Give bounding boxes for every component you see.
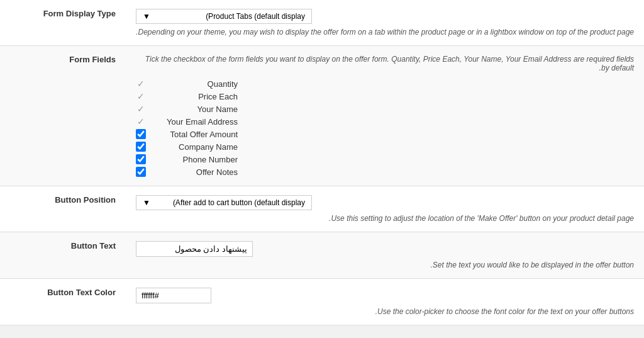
button-text-color-label: Button Text Color (0, 279, 126, 325)
field-label-offer-notes: Offer Notes (150, 167, 238, 177)
field-label-email: Your Email Address (150, 117, 238, 127)
settings-page: Form Display Type ▼ (Product Tabs (defau… (0, 0, 644, 338)
form-fields-description: Tick the checkbox of the form fields you… (136, 55, 634, 72)
checkbox-offer-notes[interactable] (136, 167, 146, 177)
button-position-description: Use this setting to adjust the location … (136, 214, 634, 223)
checkbox-phone[interactable] (136, 154, 146, 164)
field-label-your-name: Your Name (150, 104, 238, 114)
field-row-offer-notes: Offer Notes (136, 167, 238, 177)
button-text-color-content: Use the color-picker to choose the font … (126, 279, 644, 325)
checkbox-total-offer[interactable] (136, 129, 146, 139)
button-position-value: (After add to cart button (default displ… (173, 198, 305, 207)
button-text-input[interactable] (136, 241, 253, 257)
button-text-description: Set the text you would like to be displa… (136, 261, 634, 269)
field-label-total-offer: Total Offer Amount (150, 130, 238, 139)
checkbox-price-each[interactable]: ✓ (136, 91, 146, 101)
button-text-label: Button Text (0, 232, 126, 279)
field-row-your-name: Your Name ✓ (136, 104, 238, 114)
button-text-color-description: Use the color-picker to choose the font … (136, 307, 634, 316)
form-display-type-value: (Product Tabs (default display (206, 12, 305, 21)
field-row-company: Company Name (136, 142, 238, 152)
button-position-dropdown[interactable]: ▼ (After add to cart button (default dis… (136, 195, 312, 210)
form-display-type-description: Depending on your theme, you may wish to… (136, 28, 634, 37)
field-label-price-each: Price Each (150, 92, 238, 101)
form-fields-content: Tick the checkbox of the form fields you… (126, 46, 644, 186)
checkbox-your-name[interactable]: ✓ (136, 104, 146, 114)
field-row-email: Your Email Address ✓ (136, 116, 238, 127)
button-text-color-input[interactable] (136, 288, 211, 303)
field-row-phone: Phone Number (136, 154, 238, 164)
dropdown-arrow-icon: ▼ (143, 12, 150, 21)
button-position-label: Button Position (0, 186, 126, 232)
button-position-dropdown-arrow: ▼ (143, 198, 150, 207)
button-text-row: Button Text Set the text you would like … (0, 232, 644, 279)
form-display-type-label: Form Display Type (0, 0, 126, 46)
field-row-total-offer: Total Offer Amount (136, 129, 238, 139)
button-position-row: Button Position ▼ (After add to cart but… (0, 186, 644, 232)
checkbox-email[interactable]: ✓ (136, 116, 146, 127)
field-label-company: Company Name (150, 142, 238, 152)
form-display-type-row: Form Display Type ▼ (Product Tabs (defau… (0, 0, 644, 46)
checkbox-company[interactable] (136, 142, 146, 152)
field-label-quantity: Quantity (150, 79, 238, 89)
form-display-type-dropdown[interactable]: ▼ (Product Tabs (default display (136, 9, 312, 24)
field-row-quantity: Quantity ✓ (136, 79, 238, 89)
button-position-content: ▼ (After add to cart button (default dis… (126, 186, 644, 232)
field-row-price-each: Price Each ✓ (136, 91, 238, 101)
checkbox-quantity[interactable]: ✓ (136, 79, 146, 89)
button-text-content: Set the text you would like to be displa… (126, 232, 644, 279)
form-display-type-content: ▼ (Product Tabs (default display Dependi… (126, 0, 644, 46)
settings-table: Form Display Type ▼ (Product Tabs (defau… (0, 0, 644, 325)
form-fields-label: Form Fields (0, 46, 126, 186)
field-label-phone: Phone Number (150, 155, 238, 164)
form-fields-list: Quantity ✓ Price Each ✓ Your Name ✓ Your… (136, 79, 634, 177)
button-text-color-row: Button Text Color Use the color-picker t… (0, 279, 644, 325)
form-fields-row: Form Fields Tick the checkbox of the for… (0, 46, 644, 186)
